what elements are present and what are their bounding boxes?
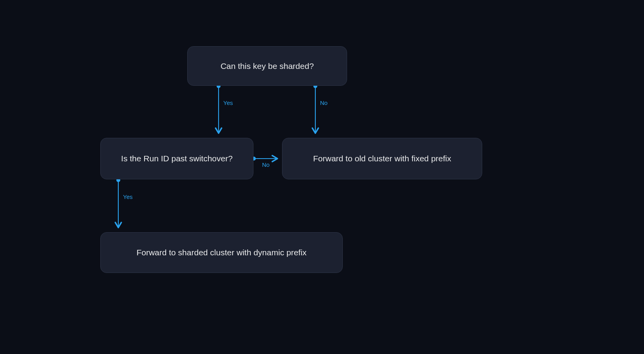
label-runid-yes: Yes (123, 193, 132, 200)
node-old-cluster-text: Forward to old cluster with fixed prefix (313, 153, 451, 164)
node-runid-past: Is the Run ID past switchover? (100, 138, 253, 179)
node-sharded-cluster-text: Forward to sharded cluster with dynamic … (136, 247, 306, 258)
node-sharded-cluster: Forward to sharded cluster with dynamic … (100, 232, 343, 273)
label-runid-no: No (262, 161, 270, 168)
flowchart-canvas: Can this key be sharded? Is the Run ID p… (0, 0, 644, 354)
node-can-shard: Can this key be sharded? (187, 46, 347, 86)
label-sharded-no: No (320, 99, 327, 106)
node-old-cluster: Forward to old cluster with fixed prefix (282, 138, 482, 179)
edge-runid-no (252, 157, 277, 161)
node-can-shard-text: Can this key be sharded? (221, 61, 314, 71)
node-runid-past-text: Is the Run ID past switchover? (121, 153, 233, 164)
label-sharded-yes: Yes (223, 99, 233, 106)
edge-runid-yes (116, 178, 120, 227)
edge-sharded-yes (217, 84, 221, 132)
edge-sharded-no (313, 84, 317, 132)
